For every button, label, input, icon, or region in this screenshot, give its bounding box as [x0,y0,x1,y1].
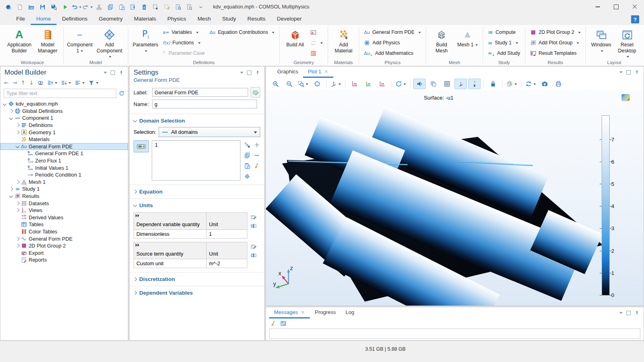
close-tab-icon[interactable] [301,310,305,314]
ribbon-update-button[interactable] [308,37,325,48]
tree-item-reports[interactable]: Reports [0,256,128,264]
rotate-button[interactable] [394,79,407,89]
tree-item-component-1[interactable]: Component 1 [0,114,128,122]
help-button[interactable]: ? [631,15,639,23]
color-legend-button[interactable] [468,79,481,89]
tree-item-definitions[interactable]: Definitions [0,122,128,129]
unit-cell[interactable]: m^-2 [207,259,247,268]
chevron-down-icon[interactable] [8,117,14,119]
ribbon-add-physics-button[interactable]: Add Physics [362,37,423,48]
tree-item-general-form-pde-1[interactable]: DGeneral Form PDE 1 [0,150,128,157]
go-forward-button[interactable]: → [12,79,18,87]
tree-item-datasets[interactable]: Datasets [0,200,128,207]
tree-item-general-form-pde[interactable]: ΔuGeneral Form PDE [0,143,128,150]
search-doc-button[interactable] [184,2,194,12]
run-button[interactable] [60,2,70,12]
tree-item-color-tables[interactable]: Color Tables [0,228,128,235]
ribbon-add-study-button[interactable]: ∞↓Add Study [486,48,522,58]
view-yz-button[interactable]: yz [362,79,374,89]
paste-button[interactable] [116,2,127,12]
ribbon-study-1-button[interactable]: ∞Study 1 [486,37,522,48]
ribbon-mesh-1-button[interactable]: Mesh 1 [455,27,480,48]
deselect-button[interactable] [161,2,172,12]
ribbon-virtual-operations-button[interactable] [308,48,325,58]
ribbon-parameter-case-button[interactable]: PiParameter Case [161,48,207,58]
tree-item-zero-flux-1[interactable]: DZero Flux 1 [0,157,128,164]
chevron-right-icon[interactable] [15,124,20,127]
open-button[interactable] [26,2,36,12]
messages-output[interactable] [269,329,640,339]
ribbon-reset-desktop-button[interactable]: Reset Desktop [615,27,640,60]
tree-item-export[interactable]: Export [0,249,128,256]
more-chevron-button[interactable] [195,2,206,12]
section-discretization[interactable]: Discretization [130,273,264,285]
default-view-button[interactable] [329,79,342,89]
pin-icon[interactable] [255,70,260,75]
quantity-cell[interactable]: Dimensionless [134,230,207,239]
chevron-right-icon[interactable] [15,237,20,240]
tree-item-global-definitions[interactable]: Global Definitions [0,108,128,115]
chevron-right-icon[interactable] [15,131,20,134]
panel-float-icon[interactable] [111,71,115,75]
quantity-cell[interactable]: Custom unit [134,259,207,268]
camera-button[interactable] [538,79,551,89]
selection-list-item[interactable]: 1 [155,142,237,148]
add-selection-icon[interactable] [253,141,260,148]
refresh-icon[interactable] [119,90,125,96]
panel-float-icon[interactable] [626,70,631,75]
plot-area[interactable]: Surface: -u1 76543210 z x y [266,90,644,306]
tree-item-results[interactable]: Results [0,193,128,200]
ribbon-add-mathematics-button[interactable]: Δu↓Add Mathematics [362,48,423,58]
tree-item-derived-values[interactable]: 8.85e-12Derived Values [0,214,128,221]
tab-plot-1[interactable]: Plot 1 [303,67,333,78]
ribbon-add-component-button[interactable]: Add Component [94,27,125,60]
menu-tab-physics[interactable]: Physics [162,14,192,25]
expand-header-icon[interactable] [136,243,140,247]
tree-item-tables[interactable]: Tables [0,221,128,228]
chevron-right-icon[interactable] [8,188,14,191]
panel-menu-icon[interactable] [619,312,623,316]
ribbon-component-1-button[interactable]: Component 1 [67,27,93,54]
ribbon-build-all-button[interactable]: Build All [282,27,307,48]
filter-funnel-button[interactable] [88,79,99,87]
zoom-extents-button[interactable] [311,79,323,89]
zoom-box-button[interactable] [297,79,309,89]
tree-item-mesh-1[interactable]: Mesh 1 [0,179,128,186]
remove-selection-icon[interactable] [253,152,260,159]
menu-tab-definitions[interactable]: Definitions [56,14,93,25]
tree-item-study-1[interactable]: ∞Study 1 [0,185,128,193]
rename-button[interactable] [251,87,260,98]
panel-menu-icon[interactable] [104,72,107,75]
expand-header-icon[interactable] [136,214,140,217]
menu-tab-home[interactable]: Home [31,14,56,25]
tab-messages[interactable]: Messages [269,307,310,318]
section-units[interactable]: Units [130,200,264,211]
undo-button[interactable] [71,2,82,12]
ribbon-add-plot-group-button[interactable]: Add Plot Group [528,37,583,48]
change-unit-icon[interactable] [251,223,257,229]
zoom-out-button[interactable] [283,79,295,89]
menu-tab-geometry[interactable]: Geometry [93,14,128,25]
maximize-button[interactable] [607,0,625,14]
node-text-button[interactable] [74,79,85,87]
ribbon-general-form-pde-button[interactable]: ΔuGeneral Form PDE [362,27,423,37]
edit-quantity-icon[interactable] [251,243,257,250]
tree-item-geometry-1[interactable]: AGeometry 1 [0,129,128,136]
transparency-button[interactable] [427,79,439,89]
printer-button[interactable] [552,79,565,89]
grid-btn-button[interactable] [441,79,453,89]
view-xz-button[interactable]: xz [376,79,388,89]
tree-item-views[interactable]: Views [0,207,128,214]
select-button[interactable] [150,2,161,12]
copy-selection-icon[interactable] [243,152,251,159]
chevron-down-icon[interactable] [8,195,14,197]
ribbon-equation-contributions-button[interactable]: ΔuEquation Contributions [207,27,276,37]
tab-graphics[interactable]: Graphics [272,67,303,78]
ribbon-parameters-button[interactable]: PiParameters [131,27,160,54]
menu-tab-materials[interactable]: Materials [128,14,162,25]
chevron-right-icon[interactable] [8,110,14,112]
go-back-button[interactable]: ← [4,79,9,87]
panel-menu-icon[interactable] [619,71,623,75]
tree-item-materials[interactable]: Materials [0,136,128,143]
cut-button[interactable] [94,2,104,12]
